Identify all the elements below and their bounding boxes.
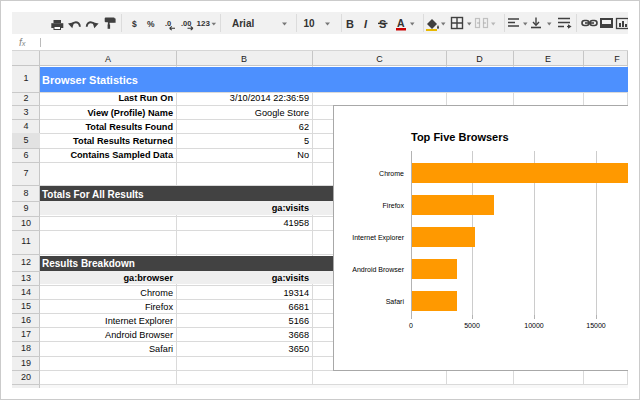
svg-text:%: %	[147, 19, 155, 29]
svg-text:A: A	[397, 17, 405, 29]
svg-text:.0: .0	[165, 19, 171, 28]
svg-text:123: 123	[197, 19, 211, 28]
svg-text:.00: .00	[181, 19, 191, 28]
svg-text:$: $	[132, 19, 137, 29]
svg-text:B: B	[346, 18, 354, 30]
svg-text:Arial: Arial	[232, 18, 254, 29]
svg-text:10: 10	[304, 18, 316, 29]
svg-text:I: I	[364, 18, 368, 30]
